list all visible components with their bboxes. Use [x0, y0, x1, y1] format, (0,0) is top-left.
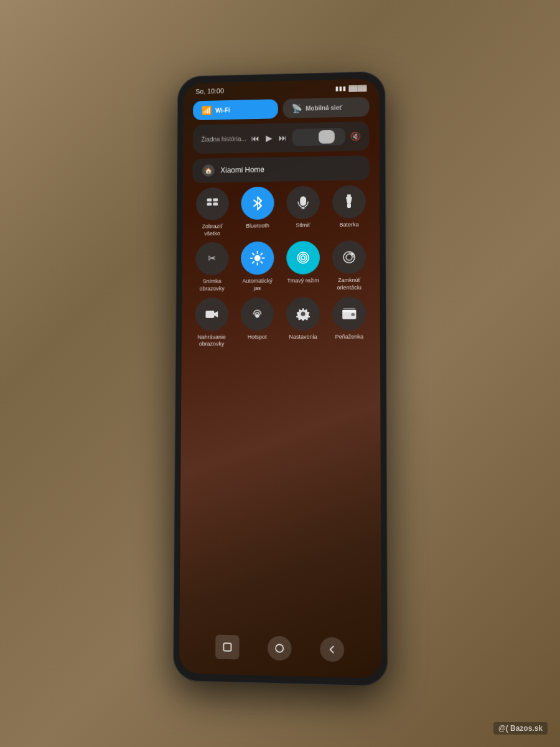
tile-flashlight[interactable]: Baterka	[329, 185, 370, 236]
media-section: Žiadna história... ⏮ ▶ ⏭ 🔇	[193, 121, 370, 154]
tile-wallet[interactable]: Peňaženka	[329, 296, 370, 348]
navigation-bar	[189, 627, 371, 672]
svg-rect-1	[213, 198, 218, 201]
svg-point-29	[255, 314, 259, 317]
svg-line-6	[254, 203, 258, 206]
cell-text: Mobilná sieť	[306, 104, 342, 111]
wallet-icon	[332, 296, 366, 330]
svg-line-19	[261, 261, 262, 263]
svg-rect-28	[205, 311, 214, 318]
lock-orientation-label: Zamknúťorientáciu	[337, 277, 362, 292]
svg-text:✂: ✂	[208, 253, 216, 264]
xiaomi-home-banner[interactable]: 🏠 Xiaomi Home	[192, 156, 370, 183]
lock-orientation-icon	[332, 241, 366, 275]
cell-toggle[interactable]: 📡 Mobilná sieť	[283, 97, 370, 118]
screen-content: So, 10:00 ▮▮▮ ▓▓▓▓ 📶 Wi-Fi	[179, 78, 381, 679]
xiaomi-home-label: Xiaomi Home	[220, 166, 264, 175]
brightness-slider[interactable]	[292, 128, 345, 146]
bluetooth-label: Bluetooth	[246, 222, 269, 230]
svg-rect-34	[351, 313, 355, 316]
tile-bluetooth[interactable]: Bluetooth	[237, 186, 278, 237]
phone-screen: So, 10:00 ▮▮▮ ▓▓▓▓ 📶 Wi-Fi	[179, 78, 381, 679]
wifi-text: Wi-Fi	[215, 106, 230, 113]
table-surface: So, 10:00 ▮▮▮ ▓▓▓▓ 📶 Wi-Fi	[0, 0, 560, 747]
media-controls: ⏮ ▶ ⏭	[251, 133, 287, 143]
recent-apps-button[interactable]	[216, 635, 240, 660]
svg-line-21	[261, 253, 262, 255]
svg-line-20	[253, 262, 254, 263]
signal-icon: ▮▮▮	[335, 85, 347, 92]
dark-mode-icon	[286, 241, 320, 275]
settings-label: Nastavenia	[289, 334, 317, 341]
hotspot-icon	[241, 297, 274, 331]
quick-tiles-grid: Zobraziťvšetko	[192, 185, 370, 348]
cell-label: Mobilná sieť	[306, 104, 342, 111]
auto-brightness-icon: A	[241, 242, 274, 275]
tile-lock-orientation[interactable]: Zamknúťorientáciu	[329, 240, 370, 291]
show-all-icon	[196, 187, 229, 220]
auto-brightness-label: Automatickýjas	[242, 278, 273, 292]
status-time: So, 10:00	[195, 87, 224, 95]
svg-point-31	[301, 311, 306, 316]
next-button[interactable]: ⏭	[279, 133, 287, 143]
wifi-toggle[interactable]: 📶 Wi-Fi	[193, 99, 278, 120]
flashlight-label: Baterka	[339, 222, 358, 229]
tile-screen-record[interactable]: Nahrávanieobrazovky	[192, 298, 232, 349]
media-no-history: Žiadna história...	[201, 135, 246, 143]
back-button[interactable]	[320, 637, 344, 662]
home-button[interactable]	[268, 636, 292, 660]
silent-icon	[286, 186, 320, 219]
top-toggles-row: 📶 Wi-Fi 📡 Mobilná sieť	[193, 97, 370, 120]
screen-record-label: Nahrávanieobrazovky	[197, 334, 225, 348]
tile-silent[interactable]: Stlmiť	[282, 186, 324, 237]
quick-settings-panel: 📶 Wi-Fi 📡 Mobilná sieť	[179, 93, 381, 679]
tile-settings[interactable]: Nastavenia	[282, 297, 324, 348]
screen-record-icon	[195, 298, 228, 331]
tile-hotspot[interactable]: Hotspot	[237, 297, 278, 348]
bluetooth-icon	[241, 187, 274, 220]
svg-line-18	[253, 253, 254, 255]
flashlight-icon	[332, 185, 366, 218]
svg-rect-33	[342, 310, 356, 312]
svg-rect-2	[207, 202, 212, 205]
xiaomi-logo-icon: 🏠	[202, 164, 215, 177]
svg-rect-0	[207, 199, 212, 202]
svg-text:A: A	[256, 256, 259, 260]
brightness-knob[interactable]	[319, 130, 335, 144]
svg-rect-3	[213, 202, 218, 205]
hotspot-label: Hotspot	[248, 334, 267, 341]
wifi-label: Wi-Fi	[215, 106, 230, 113]
svg-rect-35	[224, 643, 231, 651]
settings-icon	[286, 297, 320, 331]
svg-point-36	[276, 644, 283, 652]
svg-point-25	[301, 256, 305, 260]
phone-device: So, 10:00 ▮▮▮ ▓▓▓▓ 📶 Wi-Fi	[173, 71, 388, 686]
prev-button[interactable]: ⏮	[251, 133, 259, 143]
tile-show-all[interactable]: Zobraziťvšetko	[192, 187, 233, 238]
status-icons: ▮▮▮ ▓▓▓▓	[335, 84, 367, 92]
wifi-icon: 📶	[202, 105, 212, 115]
tile-auto-brightness[interactable]: A Automatickýjas	[237, 242, 278, 293]
tile-dark-mode[interactable]: Tmavý režim	[282, 241, 324, 292]
mute-icon[interactable]: 🔇	[350, 131, 361, 141]
silent-label: Stlmiť	[296, 222, 310, 230]
svg-rect-11	[347, 203, 351, 208]
wallet-label: Peňaženka	[335, 333, 363, 341]
tile-screenshot[interactable]: ✂ Snímkaobrazovky	[192, 242, 232, 293]
screenshot-icon: ✂	[195, 242, 228, 275]
bazos-watermark: @( Bazos.sk	[493, 722, 548, 735]
play-button[interactable]: ▶	[266, 133, 273, 143]
battery-icon: ▓▓▓▓	[348, 84, 366, 91]
svg-rect-10	[347, 194, 351, 197]
cell-icon: 📡	[291, 103, 302, 113]
show-all-label: Zobraziťvšetko	[202, 223, 223, 237]
dark-mode-label: Tmavý režim	[287, 278, 319, 285]
svg-point-24	[299, 254, 307, 261]
screenshot-label: Snímkaobrazovky	[199, 278, 224, 293]
